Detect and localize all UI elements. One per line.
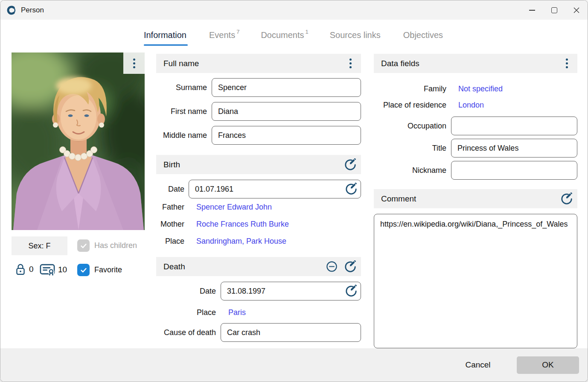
minimize-button[interactable]	[521, 0, 543, 20]
occupation-row: Occupation	[374, 117, 577, 135]
cause-of-death-row: Cause of death	[156, 323, 361, 342]
edit-icon	[345, 285, 358, 297]
certificate-icon	[40, 263, 55, 276]
birth-header-title: Birth	[163, 160, 180, 169]
father-label: Father	[156, 203, 184, 212]
mother-row: Mother Roche Frances Ruth Burke	[156, 216, 361, 233]
tab-events[interactable]: Events7	[208, 28, 240, 46]
occupation-input[interactable]	[451, 117, 577, 135]
father-link[interactable]: Spencer Edward John	[196, 203, 272, 212]
lock-count: 0	[29, 265, 34, 274]
nickname-input[interactable]	[451, 161, 577, 180]
photo-menu-button[interactable]	[123, 52, 145, 74]
comment-edit-button[interactable]	[560, 192, 573, 205]
death-remove-button[interactable]	[325, 260, 338, 273]
residence-row: Place of residence London	[374, 97, 577, 113]
check-icon	[79, 242, 88, 250]
residence-label: Place of residence	[374, 101, 446, 110]
residence-link[interactable]: London	[458, 101, 484, 110]
edit-icon	[344, 260, 357, 273]
first-name-row: First name	[156, 102, 361, 121]
birth-date-label: Date	[156, 185, 184, 194]
family-label: Family	[374, 85, 446, 93]
death-place-row: Place Paris	[156, 304, 361, 321]
data-fields-section-header: Data fields	[374, 54, 577, 73]
favorite-group: Favorite	[77, 264, 122, 276]
lock-stat: 0	[15, 263, 34, 276]
middle-name-label: Middle name	[156, 131, 207, 140]
person-photo[interactable]	[12, 52, 145, 230]
close-button[interactable]	[565, 0, 588, 20]
data-fields-header-title: Data fields	[381, 59, 419, 68]
ok-button[interactable]: OK	[517, 356, 579, 374]
data-fields-menu-button[interactable]	[560, 57, 573, 70]
full-name-section-header: Full name	[156, 54, 361, 73]
maximize-button[interactable]	[543, 0, 565, 20]
death-place-label: Place	[156, 308, 216, 317]
person-photo-panel: Sex: F Has children 0 10 Favorit	[12, 52, 145, 278]
full-name-menu-button[interactable]	[344, 57, 357, 70]
comment-textarea[interactable]: https://en.wikipedia.org/wiki/Diana,_Pri…	[374, 214, 577, 348]
birth-edit-button[interactable]	[344, 158, 357, 171]
birth-date-edit-button[interactable]	[345, 183, 358, 195]
window-title: Person	[21, 6, 44, 15]
minimize-icon	[529, 10, 535, 11]
title-row: Title	[374, 139, 577, 157]
first-name-input[interactable]	[212, 102, 361, 121]
has-children-checkbox[interactable]	[77, 239, 90, 252]
birth-place-link[interactable]: Sandringham, Park House	[196, 237, 286, 246]
comment-section-header: Comment	[374, 189, 577, 208]
cancel-button[interactable]: Cancel	[454, 360, 501, 370]
portrait-image	[12, 52, 145, 230]
has-children-group: Has children	[77, 239, 137, 252]
tab-bar: Information Events7 Documents1 Sources l…	[0, 28, 588, 46]
full-name-header-title: Full name	[163, 59, 199, 68]
death-date-edit-button[interactable]	[345, 285, 358, 297]
main-form-column: Full name Surname First name Middle name…	[156, 54, 361, 342]
middle-name-row: Middle name	[156, 126, 361, 145]
nickname-row: Nickname	[374, 161, 577, 180]
death-date-input[interactable]	[221, 282, 361, 300]
middle-name-input[interactable]	[212, 126, 361, 145]
comment-header-title: Comment	[381, 194, 416, 204]
death-date-row: Date	[156, 282, 361, 300]
edit-icon	[345, 183, 358, 195]
birth-place-row: Place Sandringham, Park House	[156, 233, 361, 250]
favorite-label: Favorite	[94, 265, 122, 274]
nickname-label: Nickname	[374, 166, 446, 175]
family-row: Family Not specified	[374, 81, 577, 97]
certificate-count: 10	[58, 265, 67, 274]
certificate-stat: 10	[40, 263, 67, 276]
mother-label: Mother	[156, 220, 184, 229]
title-input[interactable]	[451, 139, 577, 157]
surname-input[interactable]	[212, 78, 361, 97]
title-label: Title	[374, 144, 446, 153]
data-fields-column: Data fields Family Not specified Place o…	[374, 54, 577, 350]
maximize-icon	[551, 7, 557, 13]
birth-section-header: Birth	[156, 155, 361, 174]
person-dialog: Person Information Events7 Documents1 So…	[0, 0, 588, 382]
close-icon	[573, 7, 580, 14]
tab-documents[interactable]: Documents1	[260, 28, 309, 46]
sex-button[interactable]: Sex: F	[12, 236, 67, 255]
mother-link[interactable]: Roche Frances Ruth Burke	[196, 220, 289, 229]
death-edit-button[interactable]	[344, 260, 357, 273]
edit-icon	[344, 158, 357, 171]
cause-of-death-label: Cause of death	[156, 328, 216, 337]
favorite-checkbox[interactable]	[77, 264, 90, 276]
death-place-link[interactable]: Paris	[228, 308, 246, 317]
death-date-label: Date	[156, 287, 216, 296]
birth-date-input[interactable]	[189, 180, 361, 198]
minus-circle-icon	[326, 260, 338, 273]
first-name-label: First name	[156, 107, 207, 116]
window-controls	[521, 0, 588, 20]
tab-objectives[interactable]: Objectives	[402, 28, 445, 46]
tab-information[interactable]: Information	[143, 28, 189, 46]
tab-sources-links[interactable]: Sources links	[329, 28, 383, 46]
edit-icon	[560, 192, 573, 205]
has-children-label: Has children	[94, 241, 137, 250]
tab-count: 1	[306, 29, 309, 35]
cause-of-death-input[interactable]	[221, 323, 361, 342]
birth-place-label: Place	[156, 237, 184, 246]
family-link[interactable]: Not specified	[458, 85, 503, 93]
